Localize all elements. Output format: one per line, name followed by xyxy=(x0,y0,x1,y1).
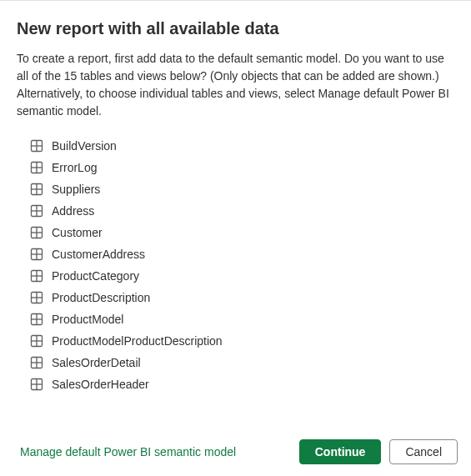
table-label: ProductModel xyxy=(52,313,123,326)
table-row: BuildVersion xyxy=(30,135,454,157)
table-label: ErrorLog xyxy=(52,161,97,174)
dialog-footer: Manage default Power BI semantic model C… xyxy=(0,428,471,476)
table-row: SalesOrderHeader xyxy=(30,373,454,395)
table-row: Suppliers xyxy=(30,178,454,200)
table-row: ProductModelProductDescription xyxy=(30,330,454,352)
manage-default-model-link[interactable]: Manage default Power BI semantic model xyxy=(20,445,291,458)
table-row: ProductDescription xyxy=(30,287,454,308)
table-label: Suppliers xyxy=(52,183,100,196)
table-label: ProductModelProductDescription xyxy=(52,334,223,348)
table-label: Address xyxy=(52,204,94,218)
dialog-description: To create a report, first add data to th… xyxy=(17,50,454,120)
content-scroll[interactable]: To create a report, first add data to th… xyxy=(0,50,471,428)
table-icon xyxy=(30,313,43,326)
table-icon xyxy=(30,378,43,391)
continue-button[interactable]: Continue xyxy=(299,439,382,464)
table-icon xyxy=(30,183,43,196)
table-icon xyxy=(30,161,43,174)
table-icon xyxy=(30,139,43,153)
table-label: CustomerAddress xyxy=(52,248,145,261)
table-icon xyxy=(30,291,43,304)
table-icon xyxy=(30,356,43,369)
table-icon xyxy=(30,248,43,261)
dialog-title: New report with all available data xyxy=(0,1,471,50)
table-label: ProductCategory xyxy=(52,269,139,283)
table-list: BuildVersion ErrorLog Suppliers xyxy=(17,135,454,395)
table-icon xyxy=(30,269,43,283)
cancel-button[interactable]: Cancel xyxy=(389,439,458,464)
table-row: CustomerAddress xyxy=(30,243,454,265)
table-row: ProductCategory xyxy=(30,265,454,287)
table-label: ProductDescription xyxy=(52,291,150,304)
table-row: SalesOrderDetail xyxy=(30,352,454,373)
table-icon xyxy=(30,334,43,348)
table-row: Address xyxy=(30,200,454,222)
table-label: Customer xyxy=(52,226,103,239)
table-label: SalesOrderHeader xyxy=(52,378,149,391)
table-icon xyxy=(30,226,43,239)
table-icon xyxy=(30,204,43,218)
table-label: SalesOrderDetail xyxy=(52,356,141,369)
table-row: ProductModel xyxy=(30,308,454,330)
table-row: Customer xyxy=(30,222,454,243)
table-row: ErrorLog xyxy=(30,157,454,178)
new-report-dialog: New report with all available data To cr… xyxy=(0,1,471,476)
table-label: BuildVersion xyxy=(52,139,117,153)
